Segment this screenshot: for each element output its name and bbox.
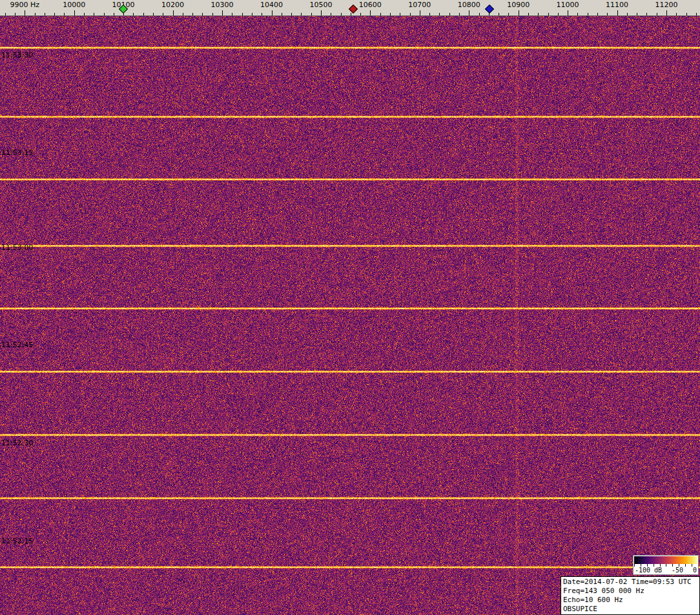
ruler-tick xyxy=(429,13,430,15)
ruler-tick xyxy=(558,13,559,15)
ruler-tick xyxy=(617,10,618,15)
color-scale-labels: -100 dB -50 0 xyxy=(634,567,697,574)
info-echo-line: Echo=10 600 Hz xyxy=(563,596,697,605)
info-freq-line: Freq=143 050 000 Hz xyxy=(563,587,697,596)
ruler-tick xyxy=(15,13,15,15)
time-label: 11:53:15 xyxy=(1,148,33,157)
ruler-label: 11000 xyxy=(557,1,579,8)
ruler-label: 10600 xyxy=(359,1,382,8)
ruler-label: 10300 xyxy=(211,1,234,8)
ruler-label: 10000 xyxy=(63,1,85,8)
time-label: 11:52:45 xyxy=(1,341,33,349)
ruler-label: 10500 xyxy=(309,1,332,8)
ruler-tick xyxy=(183,13,183,15)
ruler-tick xyxy=(74,10,75,15)
ruler-tick xyxy=(222,10,223,15)
ruler-label: 11100 xyxy=(606,1,628,8)
ruler-tick xyxy=(588,13,588,15)
ruler-tick xyxy=(627,13,628,15)
ruler-tick xyxy=(479,13,480,15)
time-label: 11:53:00 xyxy=(1,243,33,252)
marker-red[interactable] xyxy=(349,5,358,14)
info-station-line: OBSUPICE xyxy=(563,605,697,614)
spectrogram-app: { "ruler": { "unit": "Hz", "freq_min": 9… xyxy=(0,0,700,615)
ruler-tick xyxy=(212,13,213,15)
ruler-tick xyxy=(686,13,687,15)
info-box: Date=2014-07-02 Time=09:53 UTC Freq=143 … xyxy=(561,576,700,615)
ruler-tick xyxy=(311,13,312,15)
ruler-tick xyxy=(538,13,539,15)
ruler-label: 10700 xyxy=(408,1,431,8)
ruler-tick xyxy=(508,13,509,15)
ruler-tick xyxy=(370,10,371,15)
ruler-tick xyxy=(192,13,193,15)
ruler-tick xyxy=(657,13,657,15)
color-scale-legend: -100 dB -50 0 xyxy=(633,555,699,575)
ruler-tick xyxy=(380,13,381,15)
ruler-tick xyxy=(133,13,134,15)
ruler-tick xyxy=(35,13,36,15)
ruler-tick xyxy=(646,13,647,15)
ruler-tick xyxy=(45,13,45,15)
ruler-tick xyxy=(568,10,568,15)
legend-max-label: 0 xyxy=(693,567,697,574)
time-label: 11:53:30 xyxy=(1,51,33,59)
ruler-label: 10200 xyxy=(161,1,184,8)
ruler-tick xyxy=(400,13,400,15)
ruler-tick xyxy=(173,10,174,15)
marker-blue[interactable] xyxy=(485,5,494,14)
ruler-tick xyxy=(666,10,667,15)
ruler-tick xyxy=(94,13,94,15)
ruler-tick xyxy=(341,13,342,15)
ruler-tick xyxy=(153,13,154,15)
ruler-tick xyxy=(676,13,677,15)
color-gradient-bar xyxy=(634,556,697,564)
ruler-tick xyxy=(291,13,292,15)
ruler-tick xyxy=(499,13,499,15)
ruler-tick xyxy=(252,13,252,15)
ruler-tick xyxy=(449,13,450,15)
ruler-label: 10400 xyxy=(260,1,283,8)
ruler-tick xyxy=(351,13,351,15)
frequency-ruler[interactable]: 9900 Hz100001010010200103001040010500106… xyxy=(0,0,700,16)
ruler-tick xyxy=(577,13,578,15)
ruler-tick xyxy=(519,10,519,15)
ruler-tick xyxy=(84,13,85,15)
ruler-label: 11200 xyxy=(655,1,678,8)
ruler-label: 10900 xyxy=(507,1,530,8)
legend-min-label: -100 dB xyxy=(635,567,662,574)
ruler-tick xyxy=(321,10,322,15)
ruler-tick xyxy=(390,13,391,15)
ruler-tick xyxy=(104,13,105,15)
time-label: 11:52:15 xyxy=(1,537,33,545)
ruler-tick xyxy=(272,10,273,15)
ruler-tick xyxy=(232,13,232,15)
ruler-tick xyxy=(637,13,637,15)
ruler-tick xyxy=(439,13,440,15)
ruler-tick xyxy=(469,10,469,15)
ruler-tick xyxy=(5,13,6,15)
ruler-tick xyxy=(696,13,697,15)
ruler-tick xyxy=(54,13,55,15)
ruler-tick xyxy=(64,13,65,15)
ruler-tick xyxy=(163,13,163,15)
ruler-tick xyxy=(114,13,114,15)
ruler-tick xyxy=(459,13,460,15)
ruler-tick xyxy=(548,13,549,15)
ruler-label: 10800 xyxy=(458,1,480,8)
ruler-tick xyxy=(262,13,262,15)
ruler-label: 9900 Hz xyxy=(10,1,39,8)
ruler-tick xyxy=(331,13,331,15)
ruler-tick xyxy=(528,13,529,15)
legend-mid-label: -50 xyxy=(672,567,683,574)
ruler-tick xyxy=(420,10,420,15)
ruler-tick xyxy=(202,13,203,15)
ruler-tick xyxy=(410,13,411,15)
info-date-line: Date=2014-07-02 Time=09:53 UTC xyxy=(563,578,697,587)
ruler-tick xyxy=(360,13,361,15)
ruler-tick xyxy=(143,13,144,15)
ruler-tick xyxy=(607,13,608,15)
ruler-tick xyxy=(242,13,243,15)
ruler-tick xyxy=(301,13,302,15)
ruler-tick xyxy=(282,13,282,15)
